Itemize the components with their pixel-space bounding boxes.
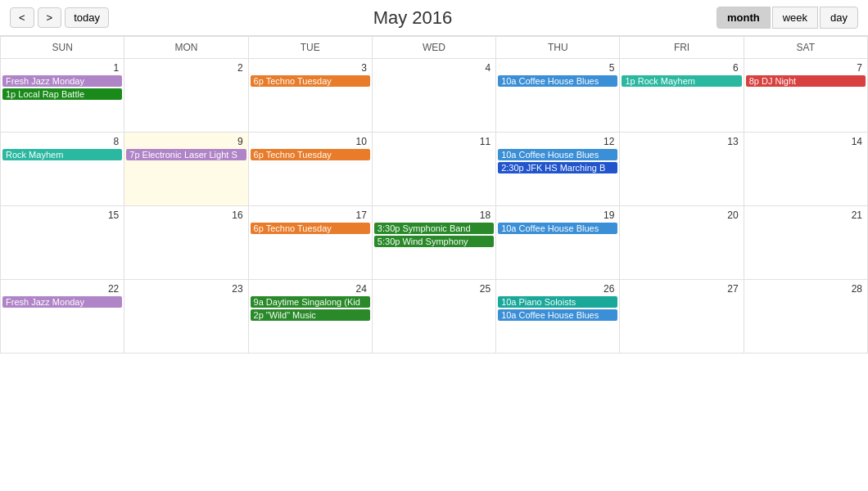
day-number: 16 xyxy=(126,208,246,223)
calendar-grid: SUNMONTUEWEDTHUFRISAT 1Fresh Jazz Monday… xyxy=(0,36,868,354)
week-view-button[interactable]: week xyxy=(772,7,818,29)
calendar-event[interactable]: 10a Coffee House Blues xyxy=(498,149,617,160)
day-number: 27 xyxy=(622,282,741,296)
calendar-event[interactable]: 6p Techno Tuesday xyxy=(251,149,370,160)
calendar-cell[interactable]: 28 xyxy=(744,280,867,354)
calendar-event[interactable]: Rock Mayhem xyxy=(2,149,122,160)
calendar-event[interactable]: 10a Coffee House Blues xyxy=(498,75,617,87)
calendar-event[interactable]: Fresh Jazz Monday xyxy=(2,75,122,87)
day-number: 19 xyxy=(498,208,617,223)
day-number: 22 xyxy=(2,282,122,296)
calendar-cell[interactable]: 11 xyxy=(372,133,495,206)
calendar-cell[interactable]: 23 xyxy=(124,280,248,354)
day-number: 8 xyxy=(2,134,122,149)
dow-header: MON xyxy=(124,37,248,59)
calendar-cell[interactable]: 1Fresh Jazz Monday1p Local Rap Battle xyxy=(1,59,124,133)
calendar-event[interactable]: 10a Coffee House Blues xyxy=(498,223,617,234)
calendar-event[interactable]: 10a Piano Soloists xyxy=(498,296,617,308)
calendar-cell[interactable]: 20 xyxy=(620,206,744,280)
calendar-event[interactable]: Fresh Jazz Monday xyxy=(2,296,122,308)
day-number: 6 xyxy=(622,61,741,75)
day-number: 15 xyxy=(2,208,122,223)
calendar-event[interactable]: 1p Local Rap Battle xyxy=(2,88,122,100)
calendar-cell[interactable]: 78p DJ Night xyxy=(744,59,867,133)
calendar-cell[interactable]: 22Fresh Jazz Monday xyxy=(1,280,124,354)
calendar-cell[interactable]: 1210a Coffee House Blues2:30p JFK HS Mar… xyxy=(496,133,620,206)
calendar-event[interactable]: 10a Coffee House Blues xyxy=(498,309,617,321)
calendar-cell[interactable]: 61p Rock Mayhem xyxy=(620,59,744,133)
calendar-cell[interactable]: 8Rock Mayhem xyxy=(1,133,124,206)
calendar-event[interactable]: 8p DJ Night xyxy=(746,75,866,87)
day-number: 11 xyxy=(374,134,494,149)
calendar-cell[interactable]: 25 xyxy=(372,280,495,354)
calendar-cell[interactable]: 510a Coffee House Blues xyxy=(496,59,620,133)
calendar-cell[interactable]: 15 xyxy=(1,206,124,280)
calendar-event[interactable]: 5:30p Wind Symphony xyxy=(374,236,494,247)
calendar-cell[interactable]: 106p Techno Tuesday xyxy=(248,133,372,206)
calendar-cell[interactable]: 14 xyxy=(744,133,867,206)
calendar-cell[interactable]: 16 xyxy=(124,206,248,280)
view-switcher: month week day xyxy=(717,7,858,29)
day-number: 25 xyxy=(374,282,494,296)
day-number: 1 xyxy=(2,61,122,75)
day-view-button[interactable]: day xyxy=(820,7,858,29)
day-number: 4 xyxy=(374,61,494,75)
day-number: 23 xyxy=(126,282,246,296)
day-number: 5 xyxy=(498,61,617,75)
day-number: 7 xyxy=(746,61,866,75)
calendar-cell[interactable]: 176p Techno Tuesday xyxy=(248,206,372,280)
calendar-cell[interactable]: 1910a Coffee House Blues xyxy=(496,206,620,280)
nav-controls: < > today xyxy=(10,7,109,28)
day-number: 26 xyxy=(498,282,617,296)
calendar-cell[interactable]: 97p Electronic Laser Light S xyxy=(124,133,248,206)
calendar-cell[interactable]: 27 xyxy=(620,280,744,354)
today-button[interactable]: today xyxy=(65,7,109,28)
day-number: 13 xyxy=(622,134,741,149)
month-view-button[interactable]: month xyxy=(717,7,771,29)
dow-header: SUN xyxy=(1,37,124,59)
day-number: 10 xyxy=(251,134,370,149)
calendar-event[interactable]: 2:30p JFK HS Marching B xyxy=(498,162,617,173)
day-number: 12 xyxy=(498,134,617,149)
calendar-event[interactable]: 1p Rock Mayhem xyxy=(622,75,741,87)
calendar-event[interactable]: 6p Techno Tuesday xyxy=(251,223,370,234)
calendar-event[interactable]: 7p Electronic Laser Light S xyxy=(126,149,246,160)
dow-header: THU xyxy=(496,37,620,59)
day-number: 2 xyxy=(126,61,246,75)
day-number: 28 xyxy=(746,282,866,296)
dow-header: FRI xyxy=(620,37,744,59)
calendar-title: May 2016 xyxy=(373,7,453,29)
day-number: 24 xyxy=(251,282,370,296)
day-number: 9 xyxy=(126,134,246,149)
calendar-event[interactable]: 2p "Wild" Music xyxy=(251,309,370,321)
dow-header: SAT xyxy=(744,37,867,59)
calendar-cell[interactable]: 4 xyxy=(372,59,495,133)
day-number: 20 xyxy=(622,208,741,223)
calendar-cell[interactable]: 183:30p Symphonic Band5:30p Wind Symphon… xyxy=(372,206,495,280)
day-number: 17 xyxy=(251,208,370,223)
calendar-event[interactable]: 9a Daytime Singalong (Kid xyxy=(251,296,370,308)
calendar-cell[interactable]: 2610a Piano Soloists10a Coffee House Blu… xyxy=(496,280,620,354)
calendar-event[interactable]: 6p Techno Tuesday xyxy=(251,75,370,87)
day-number: 18 xyxy=(374,208,494,223)
day-number: 14 xyxy=(746,134,866,149)
calendar-cell[interactable]: 2 xyxy=(124,59,248,133)
day-number: 21 xyxy=(746,208,866,223)
dow-header: TUE xyxy=(248,37,372,59)
calendar-event[interactable]: 3:30p Symphonic Band xyxy=(374,223,494,234)
calendar-cell[interactable]: 21 xyxy=(744,206,867,280)
next-button[interactable]: > xyxy=(38,7,62,28)
prev-button[interactable]: < xyxy=(10,7,34,28)
calendar-cell[interactable]: 36p Techno Tuesday xyxy=(248,59,372,133)
calendar-cell[interactable]: 13 xyxy=(620,133,744,206)
calendar-cell[interactable]: 249a Daytime Singalong (Kid2p "Wild" Mus… xyxy=(248,280,372,354)
dow-header: WED xyxy=(372,37,495,59)
calendar-header: < > today May 2016 month week day xyxy=(0,0,868,36)
day-number: 3 xyxy=(251,61,370,75)
